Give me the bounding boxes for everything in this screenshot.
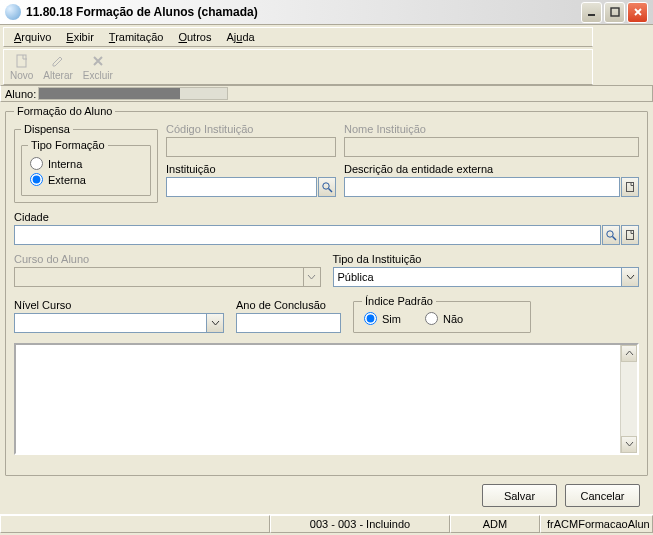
menu-outros[interactable]: Outros: [172, 30, 217, 45]
status-cell-4: frACMFormacaoAlun: [540, 515, 653, 533]
menu-exibir[interactable]: Exibir: [60, 30, 100, 45]
window-title: 11.80.18 Formação de Alunos (chamada): [26, 5, 581, 19]
toolbar-novo[interactable]: Novo: [10, 53, 33, 81]
dispensa-fieldset: Dispensa Tipo Formação Interna Externa: [14, 123, 158, 203]
document-icon: [624, 229, 636, 241]
close-button[interactable]: [627, 2, 648, 23]
indice-sim-row[interactable]: Sim: [364, 312, 401, 325]
toolbar-alterar[interactable]: Alterar: [43, 53, 72, 81]
menubar: Arquivo Exibir Tramitação Outros Ajuda: [3, 27, 593, 47]
codigo-inst-label: Código Instituição: [166, 123, 336, 135]
svg-point-6: [607, 231, 613, 237]
svg-rect-2: [17, 55, 26, 67]
button-row: Salvar Cancelar: [5, 476, 648, 514]
instituicao-input[interactable]: [166, 177, 317, 197]
chevron-down-icon: [625, 440, 634, 449]
indice-nao-row[interactable]: Não: [425, 312, 463, 325]
status-cell-3: ADM: [450, 515, 540, 533]
tipo-inst-dropdown-button[interactable]: [621, 267, 639, 287]
aluno-progress: [38, 87, 228, 100]
search-icon: [321, 181, 333, 193]
scroll-down-button[interactable]: [621, 436, 637, 453]
search-icon: [605, 229, 617, 241]
chevron-down-icon: [211, 319, 220, 328]
delete-icon: [90, 53, 106, 69]
salvar-button[interactable]: Salvar: [482, 484, 557, 507]
svg-line-4: [329, 189, 333, 193]
chevron-up-icon: [625, 349, 634, 358]
cancelar-button[interactable]: Cancelar: [565, 484, 640, 507]
curso-aluno-label: Curso do Aluno: [14, 253, 321, 265]
list-area[interactable]: [14, 343, 639, 455]
document-icon: [624, 181, 636, 193]
nome-inst-label: Nome Instituição: [344, 123, 639, 135]
radio-indice-nao[interactable]: [425, 312, 438, 325]
menu-tramitacao[interactable]: Tramitação: [103, 30, 170, 45]
nivel-curso-combo[interactable]: [14, 313, 207, 333]
svg-rect-8: [627, 231, 634, 240]
descricao-ent-label: Descrição da entidade externa: [344, 163, 639, 175]
radio-interna[interactable]: [30, 157, 43, 170]
tipo-inst-combo[interactable]: [333, 267, 623, 287]
toolbar-alterar-label: Alterar: [43, 70, 72, 81]
radio-interna-label: Interna: [48, 158, 82, 170]
aluno-label: Aluno:: [5, 88, 36, 100]
statusbar: 003 - 003 - Incluindo ADM frACMFormacaoA…: [0, 514, 653, 533]
formacao-legend: Formação do Aluno: [14, 105, 115, 117]
scrollbar[interactable]: [620, 345, 637, 453]
instituicao-lookup-button[interactable]: [318, 177, 336, 197]
radio-externa-row[interactable]: Externa: [30, 173, 144, 186]
radio-externa[interactable]: [30, 173, 43, 186]
svg-rect-5: [627, 183, 634, 192]
edit-icon: [50, 53, 66, 69]
cidade-doc-button[interactable]: [621, 225, 639, 245]
radio-indice-sim[interactable]: [364, 312, 377, 325]
tipo-inst-label: Tipo da Instituição: [333, 253, 640, 265]
nivel-curso-dropdown-button[interactable]: [206, 313, 224, 333]
status-cell-2: 003 - 003 - Incluindo: [270, 515, 450, 533]
nivel-curso-label: Nível Curso: [14, 299, 224, 311]
codigo-inst-input: [166, 137, 336, 157]
svg-rect-1: [611, 8, 619, 16]
chevron-down-icon: [307, 273, 316, 282]
status-cell-1: [0, 515, 270, 533]
descricao-ent-doc-button[interactable]: [621, 177, 639, 197]
new-icon: [14, 53, 30, 69]
formacao-fieldset: Formação do Aluno Dispensa Tipo Formação…: [5, 105, 648, 476]
indice-nao-label: Não: [443, 313, 463, 325]
svg-line-7: [613, 237, 617, 241]
svg-point-3: [323, 183, 329, 189]
radio-interna-row[interactable]: Interna: [30, 157, 144, 170]
instituicao-label: Instituição: [166, 163, 336, 175]
scroll-up-button[interactable]: [621, 345, 637, 362]
indice-padrao-legend: Índice Padrão: [362, 295, 436, 307]
indice-sim-label: Sim: [382, 313, 401, 325]
descricao-ent-input[interactable]: [344, 177, 620, 197]
toolbar-excluir-label: Excluir: [83, 70, 113, 81]
toolbar: Novo Alterar Excluir: [3, 49, 593, 85]
aluno-bar: Aluno:: [0, 85, 653, 102]
nome-inst-input: [344, 137, 639, 157]
svg-rect-0: [588, 14, 595, 16]
titlebar: 11.80.18 Formação de Alunos (chamada): [0, 0, 653, 25]
app-icon: [5, 4, 21, 20]
curso-aluno-combo: [14, 267, 304, 287]
menu-ajuda[interactable]: Ajuda: [220, 30, 260, 45]
dispensa-legend: Dispensa: [21, 123, 73, 135]
minimize-button[interactable]: [581, 2, 602, 23]
indice-padrao-fieldset: Índice Padrão Sim Não: [353, 295, 531, 333]
tipo-formacao-legend: Tipo Formação: [28, 139, 108, 151]
cidade-label: Cidade: [14, 211, 639, 223]
maximize-button[interactable]: [604, 2, 625, 23]
ano-conclusao-input[interactable]: [236, 313, 341, 333]
cidade-lookup-button[interactable]: [602, 225, 620, 245]
curso-aluno-dropdown-button: [303, 267, 321, 287]
cidade-input[interactable]: [14, 225, 601, 245]
tipo-formacao-fieldset: Tipo Formação Interna Externa: [21, 139, 151, 196]
toolbar-excluir[interactable]: Excluir: [83, 53, 113, 81]
toolbar-novo-label: Novo: [10, 70, 33, 81]
menu-arquivo[interactable]: Arquivo: [8, 30, 57, 45]
chevron-down-icon: [626, 273, 635, 282]
radio-externa-label: Externa: [48, 174, 86, 186]
ano-conclusao-label: Ano de Conclusão: [236, 299, 341, 311]
